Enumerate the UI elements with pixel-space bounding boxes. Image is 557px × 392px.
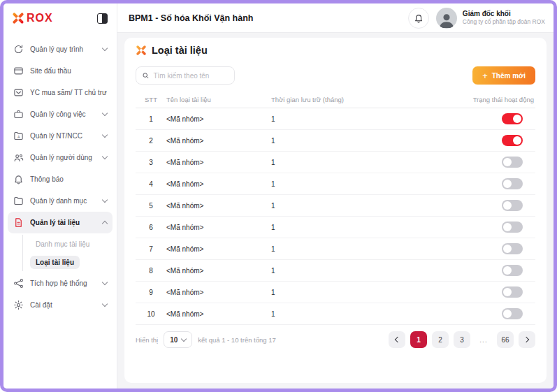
prev-page-button[interactable]	[389, 331, 405, 348]
status-toggle[interactable]	[502, 308, 523, 319]
results-text: kết quả 1 - 10 trên tổng 17	[198, 336, 275, 344]
sidebar-item-quan-ly-cong-viec[interactable]: Quản lý công việc	[8, 103, 113, 125]
cell-duration: 1	[271, 202, 437, 210]
cell-name: <Mã nhóm>	[166, 180, 271, 188]
page-button-3[interactable]: 3	[454, 331, 470, 348]
sidebar-item-quan-ly-tai-lieu[interactable]: Quản lý tài liệu	[8, 212, 113, 233]
folder-a-icon: A	[13, 131, 24, 141]
column-header-duration: Thời gian lưu trữ (tháng)	[271, 96, 437, 103]
cell-name: <Mã nhóm>	[166, 289, 271, 296]
sidebar-item-label: Thông báo	[30, 175, 107, 183]
cell-duration: 1	[271, 159, 437, 166]
gear-icon	[13, 300, 24, 310]
cell-duration: 1	[271, 224, 437, 231]
process-icon	[13, 44, 24, 55]
cell-duration: 1	[271, 137, 437, 145]
pagination-summary: Hiển thị 10 kết quả 1 - 10 trên tổng 17	[136, 331, 276, 348]
sidebar-item-quan-ly-quy-trinh[interactable]: Quản lý quy trình	[8, 38, 113, 60]
sidebar-subnav: Danh mục tài liệu Loại tài liệu	[22, 235, 113, 271]
page-button-2[interactable]: 2	[432, 331, 449, 348]
show-label: Hiển thị	[136, 336, 158, 344]
pagination-row: Hiển thị 10 kết quả 1 - 10 trên tổng 17 …	[136, 331, 535, 348]
briefcase-icon	[13, 109, 24, 119]
chevron-left-icon	[395, 337, 400, 342]
status-toggle[interactable]	[502, 157, 523, 168]
page-ellipsis[interactable]: ...	[475, 331, 492, 348]
status-toggle[interactable]	[502, 200, 523, 211]
cell-duration: 1	[271, 245, 437, 253]
bell-icon	[13, 174, 24, 184]
chevron-down-icon	[102, 154, 108, 159]
notifications-bell-button[interactable]	[408, 8, 429, 29]
sub-item-label: Danh mục tài liệu	[30, 238, 95, 251]
next-page-button[interactable]	[519, 331, 535, 348]
sidebar-item-label: Quản lý tài liệu	[30, 219, 96, 226]
sidebar-item-thong-bao[interactable]: Thông báo	[8, 168, 113, 190]
main-column: BPM1 - Số hóa Khối Vận hành Giám đốc khố…	[117, 3, 554, 389]
sidebar-item-label: Quản lý công việc	[30, 110, 96, 118]
cell-duration: 1	[271, 267, 437, 275]
sidebar-item-label: Quản lý danh mục	[30, 197, 96, 205]
app-title: BPM1 - Số hóa Khối Vận hành	[129, 13, 408, 23]
sidebar-item-cai-dat[interactable]: Cài đặt	[8, 294, 113, 316]
controls-row: + Thêm mới	[136, 66, 535, 85]
cell-duration: 1	[271, 180, 437, 188]
table-header-row: STT Tên loại tài liệu Thời gian lưu trữ …	[136, 92, 535, 108]
sidebar-item-quan-ly-nt-ncc[interactable]: A Quản lý NT/NCC	[8, 125, 113, 147]
document-icon	[13, 217, 24, 228]
logo-text: ROX	[27, 12, 53, 24]
sidebar-nav: Quản lý quy trình Site đấu thầu YC mua s…	[3, 33, 117, 316]
search-box	[136, 66, 235, 85]
toggle-knob	[503, 180, 512, 188]
status-toggle[interactable]	[502, 265, 523, 276]
sidebar-subitem-danh-muc-tai-lieu[interactable]: Danh mục tài liệu	[30, 235, 113, 253]
table-row: 1 <Mã nhóm> 1	[136, 108, 535, 130]
app-window: ROX Quản lý quy trình Site đấu thầu	[0, 0, 557, 392]
toggle-knob	[503, 266, 512, 275]
sidebar-subitem-loai-tai-lieu[interactable]: Loại tài liệu	[30, 253, 113, 271]
browser-icon	[13, 66, 24, 76]
sub-item-label: Loại tài liệu	[30, 256, 80, 269]
status-toggle[interactable]	[502, 113, 523, 124]
user-info[interactable]: Giám đốc khối Công ty cổ phần tập đoàn R…	[463, 10, 545, 26]
sidebar-item-tich-hop-he-thong[interactable]: Tích hợp hệ thống	[8, 273, 113, 294]
page-button-1[interactable]: 1	[410, 331, 427, 348]
chevron-right-icon	[523, 337, 529, 342]
avatar[interactable]	[436, 8, 457, 29]
sidebar-item-site-dau-thau[interactable]: Site đấu thầu	[8, 60, 113, 82]
sidebar-collapse-icon[interactable]	[97, 13, 108, 24]
cell-name: <Mã nhóm>	[166, 224, 271, 231]
status-toggle[interactable]	[502, 286, 523, 298]
page-size-select[interactable]: 10	[164, 331, 192, 348]
cell-stt: 6	[136, 224, 166, 231]
cell-stt: 10	[136, 310, 166, 318]
sidebar-item-quan-ly-nguoi-dung[interactable]: Quản lý người dùng	[8, 147, 113, 168]
page-button-66[interactable]: 66	[497, 331, 514, 348]
page-title-mark-icon	[136, 45, 147, 56]
sidebar-item-quan-ly-danh-muc[interactable]: Quản lý danh mục	[8, 190, 113, 212]
folder-icon	[13, 196, 24, 206]
person-icon	[437, 10, 456, 29]
table-row: 6 <Mã nhóm> 1	[136, 217, 535, 238]
toggle-knob	[503, 245, 512, 253]
rox-logo: ROX	[12, 12, 53, 24]
table-row: 10 <Mã nhóm> 1	[136, 303, 535, 325]
search-input[interactable]	[153, 72, 229, 80]
sidebar-logo-row: ROX	[3, 3, 117, 33]
add-new-button[interactable]: + Thêm mới	[472, 66, 535, 85]
chevron-down-icon	[102, 132, 108, 138]
chevron-down-icon	[102, 45, 108, 51]
cell-stt: 9	[136, 289, 166, 296]
status-toggle[interactable]	[502, 243, 523, 254]
status-toggle[interactable]	[502, 135, 523, 146]
sidebar-item-yc-mua-sam[interactable]: YC mua sắm/ TT chủ trương	[8, 82, 113, 103]
table-row: 7 <Mã nhóm> 1	[136, 238, 535, 260]
table-row: 8 <Mã nhóm> 1	[136, 260, 535, 282]
status-toggle[interactable]	[502, 178, 523, 189]
toggle-knob	[503, 310, 512, 318]
sidebar-item-label: Tích hợp hệ thống	[30, 280, 96, 287]
status-toggle[interactable]	[502, 222, 523, 233]
chevron-up-icon	[102, 221, 108, 226]
cell-duration: 1	[271, 289, 437, 296]
toggle-knob	[513, 136, 521, 145]
